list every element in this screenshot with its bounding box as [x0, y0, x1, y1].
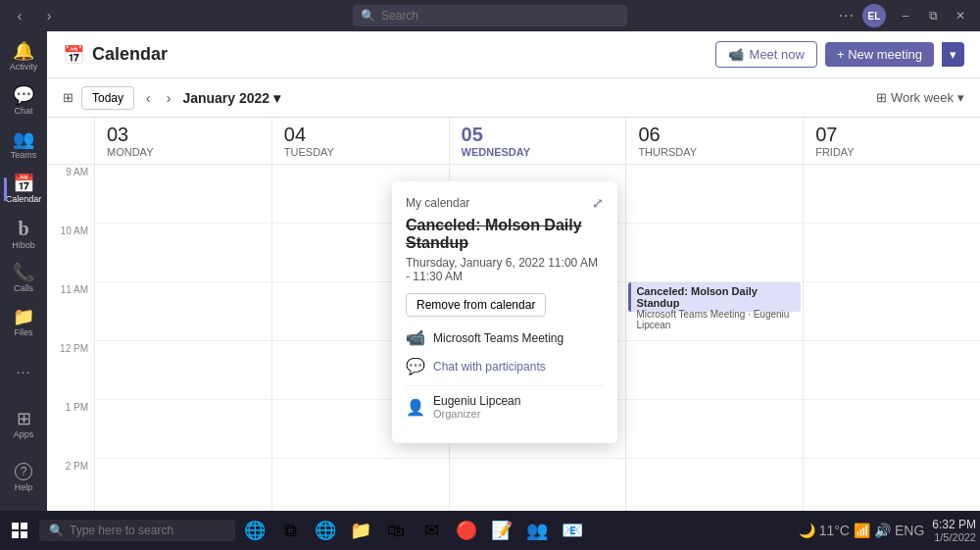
sidebar-item-chat[interactable]: 💬 Chat	[4, 79, 43, 122]
chat-participants-icon: 💬	[406, 357, 425, 375]
teams-meeting-icon: 📹	[406, 328, 425, 347]
hour-row[interactable]	[95, 341, 271, 400]
taskbar-icon-taskview[interactable]: ⧉	[274, 515, 306, 546]
taskbar-icon-cortana[interactable]: 🌐	[239, 515, 270, 546]
taskbar-search[interactable]: 🔍	[39, 520, 235, 541]
event-card[interactable]: Canceled: Molson Daily Standup Microsoft…	[628, 282, 801, 312]
sidebar-label-activity: Activity	[10, 62, 38, 72]
taskbar-icon-vscode[interactable]: 📝	[486, 515, 517, 546]
event-card-sub: Microsoft Teams Meeting · Eugeniu Lipcea…	[636, 309, 796, 330]
hour-row[interactable]	[804, 400, 980, 459]
hour-row[interactable]	[804, 341, 980, 400]
day-name-mon: Monday	[107, 146, 260, 158]
hour-row[interactable]	[95, 165, 271, 224]
start-button[interactable]	[4, 515, 35, 546]
hour-row[interactable]	[95, 282, 271, 341]
hour-row[interactable]	[626, 400, 803, 459]
sidebar-bottom: ··· ⊞ Apps ? Help	[4, 346, 43, 511]
prev-week-button[interactable]: ‹	[142, 86, 155, 110]
sidebar-item-activity[interactable]: 🔔 Activity	[4, 35, 43, 77]
sidebar-item-teams[interactable]: 👥 Teams	[4, 125, 43, 167]
hour-row[interactable]	[450, 459, 626, 511]
calendar-nav: ⊞ Today ‹ › January 2022 ▾ ⊞ Work week ▾	[47, 78, 980, 118]
minimize-button[interactable]: –	[894, 6, 917, 25]
help-icon: ?	[15, 463, 32, 480]
sidebar-item-files[interactable]: 📁 Files	[4, 302, 43, 344]
day-num-mon: 03	[107, 124, 260, 146]
new-meeting-button[interactable]: + New meeting	[825, 42, 934, 67]
chat-with-participants-link[interactable]: Chat with participants	[433, 360, 546, 374]
sidebar-item-apps[interactable]: ⊞ Apps	[4, 399, 43, 450]
view-grid-icon: ⊞	[876, 90, 887, 105]
hour-row[interactable]	[626, 224, 803, 282]
sidebar-item-calendar[interactable]: 📅 Calendar	[4, 169, 43, 211]
taskbar-icon-store[interactable]: 🛍	[380, 515, 412, 546]
taskbar-right: 🌙 11°C 📶 🔊 ENG 6:32 PM 1/5/2022	[799, 518, 976, 543]
hour-row[interactable]	[804, 282, 980, 341]
nav-forward-button[interactable]: ›	[37, 4, 61, 27]
hour-row[interactable]	[804, 459, 980, 511]
taskbar-icon-mail[interactable]: ✉	[416, 515, 447, 546]
search-bar[interactable]: 🔍	[353, 5, 627, 26]
day-column-thu: Canceled: Molson Daily Standup Microsoft…	[625, 165, 803, 511]
search-input[interactable]	[381, 9, 619, 23]
month-display[interactable]: January 2022 ▾	[182, 90, 280, 106]
vscode-icon: 📝	[491, 520, 513, 541]
taskbar-search-input[interactable]	[70, 524, 225, 537]
hour-row[interactable]	[95, 459, 271, 511]
popup-meeting-type: Microsoft Teams Meeting	[433, 331, 564, 345]
sidebar-label-chat: Chat	[14, 106, 32, 116]
taskbar-search-icon: 🔍	[49, 524, 64, 537]
more-dots[interactable]: ···	[839, 7, 855, 25]
hour-row[interactable]	[804, 224, 980, 282]
hour-row[interactable]	[95, 400, 271, 459]
calendar-nav-left: ⊞ Today ‹ › January 2022 ▾	[63, 86, 280, 110]
clock-date: 1/5/2022	[932, 531, 976, 543]
sidebar-item-help[interactable]: ? Help	[4, 452, 43, 503]
meet-now-button[interactable]: 📹 Meet now	[715, 41, 817, 68]
day-name-wed: Wednesday	[462, 146, 614, 158]
sidebar-label-calendar: Calendar	[6, 194, 42, 204]
windows-icon	[12, 523, 27, 538]
clock[interactable]: 6:32 PM 1/5/2022	[932, 518, 976, 543]
restore-button[interactable]: ⧉	[921, 6, 945, 25]
hour-row[interactable]	[804, 165, 980, 224]
taskbar-icon-teams[interactable]: 👥	[521, 515, 553, 546]
nav-back-button[interactable]: ‹	[8, 4, 31, 27]
hour-row[interactable]	[626, 165, 803, 224]
today-button[interactable]: Today	[81, 86, 134, 110]
new-meeting-dropdown[interactable]: ▾	[942, 42, 964, 67]
avatar[interactable]: EL	[862, 4, 886, 27]
hour-row[interactable]	[626, 459, 803, 511]
sidebar-item-calls[interactable]: 📞 Calls	[4, 257, 43, 299]
close-button[interactable]: ✕	[949, 6, 972, 25]
hour-row[interactable]	[626, 341, 803, 400]
popup-chat-row[interactable]: 💬 Chat with participants	[406, 357, 604, 375]
hour-row[interactable]	[95, 224, 271, 282]
taskbar-icon-outlook[interactable]: 📧	[557, 515, 588, 546]
remove-from-calendar-button[interactable]: Remove from calendar	[406, 293, 546, 317]
taskbar-icon-explorer[interactable]: 📁	[345, 515, 376, 546]
taskbar-icon-chrome[interactable]: 🔴	[451, 515, 482, 546]
taskbar-icon-edge[interactable]: 🌐	[310, 515, 341, 546]
view-dropdown-icon: ▾	[957, 90, 964, 105]
time-slot-1pm: 1 PM	[47, 400, 94, 459]
sidebar-item-more[interactable]: ···	[4, 346, 43, 397]
popup-expand-icon[interactable]: ⤢	[592, 195, 604, 211]
taskbar-app-icons: 🌐 ⧉ 🌐 📁 🛍 ✉ 🔴 📝 👥 📧	[239, 515, 588, 546]
view-selector[interactable]: ⊞ Work week ▾	[876, 90, 964, 105]
volume-icon: 🔊	[874, 523, 891, 538]
temp-label: 11°C	[819, 523, 850, 538]
popup-organizer-name: Eugeniu Lipcean	[433, 394, 520, 408]
sidebar-item-hibob[interactable]: b Hibob	[4, 213, 43, 255]
hour-row[interactable]	[272, 459, 449, 511]
next-week-button[interactable]: ›	[163, 86, 175, 110]
calendar-nav-icon: 📅	[13, 175, 34, 192]
teams-icon: 👥	[13, 130, 34, 148]
calls-icon: 📞	[13, 264, 34, 281]
title-bar-right: ··· EL – ⧉ ✕	[839, 4, 972, 27]
explorer-icon: 📁	[350, 520, 371, 541]
outlook-icon: 📧	[562, 520, 583, 541]
edge-icon: 🌐	[315, 520, 336, 541]
svg-rect-2	[12, 531, 19, 538]
